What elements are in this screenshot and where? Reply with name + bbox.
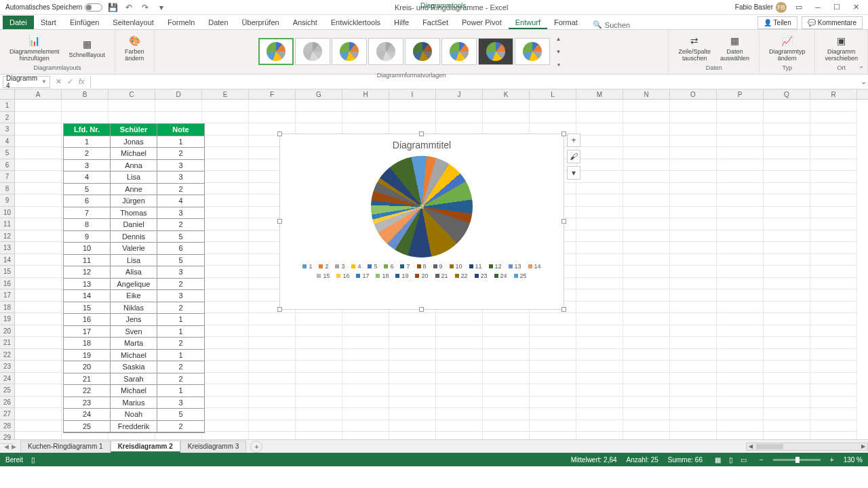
change-chart-type-button[interactable]: 📈Diagrammtyp ändern <box>765 33 810 63</box>
table-row[interactable]: 21Sarah2 <box>64 373 204 386</box>
table-row[interactable]: 12Alisa3 <box>64 266 204 279</box>
table-row[interactable]: 24Noah5 <box>64 409 204 421</box>
autosave-toggle[interactable]: Automatisches Speichern <box>5 3 102 12</box>
table-row[interactable]: 16Jens1 <box>64 314 204 326</box>
tab-hilfe[interactable]: Hilfe <box>387 16 416 29</box>
legend-item[interactable]: 6 <box>384 263 393 270</box>
table-row[interactable]: 23Marius3 <box>64 397 204 409</box>
legend-item[interactable]: 10 <box>450 263 462 270</box>
legend-item[interactable]: 8 <box>417 263 427 270</box>
comments-button[interactable]: 💬Kommentare <box>802 16 863 29</box>
row-header[interactable]: 23 <box>0 361 14 373</box>
table-row[interactable]: 2Michael2 <box>64 148 204 160</box>
chart-style-5[interactable] <box>405 38 440 65</box>
row-header[interactable]: 19 <box>0 313 14 325</box>
col-header[interactable]: E <box>202 89 249 99</box>
chart-styles-button[interactable]: 🖌 <box>567 150 580 163</box>
change-colors-button[interactable]: 🎨Farben ändern <box>121 33 149 63</box>
legend-item[interactable]: 22 <box>455 272 468 279</box>
undo-button[interactable]: ↶ <box>123 1 135 14</box>
pie-chart[interactable] <box>371 156 473 258</box>
zoom-level[interactable]: 130 % <box>844 456 863 464</box>
legend-item[interactable]: 19 <box>395 272 408 279</box>
resize-handle[interactable] <box>419 131 424 136</box>
col-header[interactable]: N <box>623 89 670 99</box>
row-header[interactable]: 5 <box>0 147 14 159</box>
view-page-break-button[interactable]: ▭ <box>738 455 750 464</box>
ribbon-options-icon[interactable]: ▭ <box>792 2 806 13</box>
name-box[interactable]: Diagramm 4▼ <box>3 76 50 88</box>
tab-entwicklertools[interactable]: Entwicklertools <box>324 16 387 29</box>
chart-elements-button[interactable]: + <box>567 134 580 147</box>
legend-item[interactable]: 17 <box>356 272 369 279</box>
view-page-layout-button[interactable]: ▯ <box>725 455 737 464</box>
scroll-thumb[interactable] <box>756 444 783 449</box>
col-header[interactable]: G <box>296 89 342 99</box>
row-header[interactable]: 28 <box>0 420 14 432</box>
resize-handle[interactable] <box>277 219 282 224</box>
col-header[interactable]: O <box>670 89 717 99</box>
legend-item[interactable]: 24 <box>494 272 507 279</box>
legend-item[interactable]: 7 <box>400 263 410 270</box>
table-row[interactable]: 1Jonas1 <box>64 136 204 148</box>
table-row[interactable]: 8Daniel2 <box>64 219 204 231</box>
scroll-left-icon[interactable]: ◀ <box>747 443 755 449</box>
legend-item[interactable]: 16 <box>336 272 349 279</box>
quick-layout-button[interactable]: ▦Schnelllayout <box>65 36 110 60</box>
chart-style-2[interactable] <box>295 38 330 65</box>
row-header[interactable]: 20 <box>0 325 14 338</box>
row-header[interactable]: 2 <box>0 112 14 124</box>
move-chart-button[interactable]: ▣Diagramm verschieben <box>821 33 862 63</box>
tab-seitenlayout[interactable]: Seitenlayout <box>106 16 161 29</box>
table-row[interactable]: 17Sven1 <box>64 326 204 338</box>
table-row[interactable]: 7Thomas3 <box>64 207 204 220</box>
zoom-in-button[interactable]: + <box>830 456 834 464</box>
row-header[interactable]: 14 <box>0 254 14 266</box>
legend-item[interactable]: 4 <box>351 263 361 270</box>
chart-style-8[interactable] <box>515 38 550 65</box>
redo-button[interactable]: ↷ <box>139 1 151 14</box>
row-header[interactable]: 10 <box>0 207 14 219</box>
table-row[interactable]: 20Saskia2 <box>64 361 204 373</box>
tab-einfügen[interactable]: Einfügen <box>63 16 106 29</box>
col-header[interactable]: F <box>249 89 296 99</box>
row-header[interactable]: 18 <box>0 302 14 314</box>
legend-item[interactable]: 13 <box>509 263 521 270</box>
table-row[interactable]: 18Marta2 <box>64 338 204 350</box>
row-header[interactable]: 9 <box>0 195 14 207</box>
tab-ansicht[interactable]: Ansicht <box>286 16 324 29</box>
row-header[interactable]: 8 <box>0 183 14 195</box>
resize-handle[interactable] <box>419 307 424 312</box>
legend-item[interactable]: 2 <box>319 263 328 270</box>
chart-title[interactable]: Diagrammtitel <box>280 134 564 156</box>
col-header[interactable]: I <box>389 89 436 99</box>
table-row[interactable]: 11Lisa5 <box>64 255 204 267</box>
tab-power pivot[interactable]: Power Pivot <box>455 16 509 29</box>
tab-daten[interactable]: Daten <box>201 16 235 29</box>
fx-icon[interactable]: fx <box>79 77 85 86</box>
collapse-ribbon-icon[interactable]: ⌃ <box>859 65 864 73</box>
chart-style-7[interactable] <box>478 38 513 65</box>
resize-handle[interactable] <box>277 307 282 312</box>
close-button[interactable]: ✕ <box>849 2 863 13</box>
table-row[interactable]: 3Anna3 <box>64 160 204 172</box>
resize-handle[interactable] <box>561 307 566 312</box>
legend-item[interactable]: 1 <box>302 263 312 270</box>
table-row[interactable]: 22Michael1 <box>64 385 204 397</box>
table-row[interactable]: 14Eike3 <box>64 290 204 302</box>
col-header[interactable]: J <box>436 89 483 99</box>
legend-item[interactable]: 18 <box>376 272 389 279</box>
chart-style-4[interactable] <box>368 38 403 65</box>
row-header[interactable]: 4 <box>0 136 14 148</box>
row-header[interactable]: 3 <box>0 123 14 136</box>
legend-item[interactable]: 25 <box>514 272 527 279</box>
user-account[interactable]: Fabio Basler FB <box>735 2 787 13</box>
row-header[interactable]: 22 <box>0 349 14 361</box>
row-header[interactable]: 24 <box>0 373 14 385</box>
col-header[interactable]: M <box>576 89 623 99</box>
legend-item[interactable]: 20 <box>415 272 428 279</box>
table-row[interactable]: 6Jürgen4 <box>64 195 204 207</box>
scroll-right-icon[interactable]: ▶ <box>859 443 867 449</box>
cancel-formula-icon[interactable]: ✕ <box>56 77 62 86</box>
resize-handle[interactable] <box>277 131 282 136</box>
